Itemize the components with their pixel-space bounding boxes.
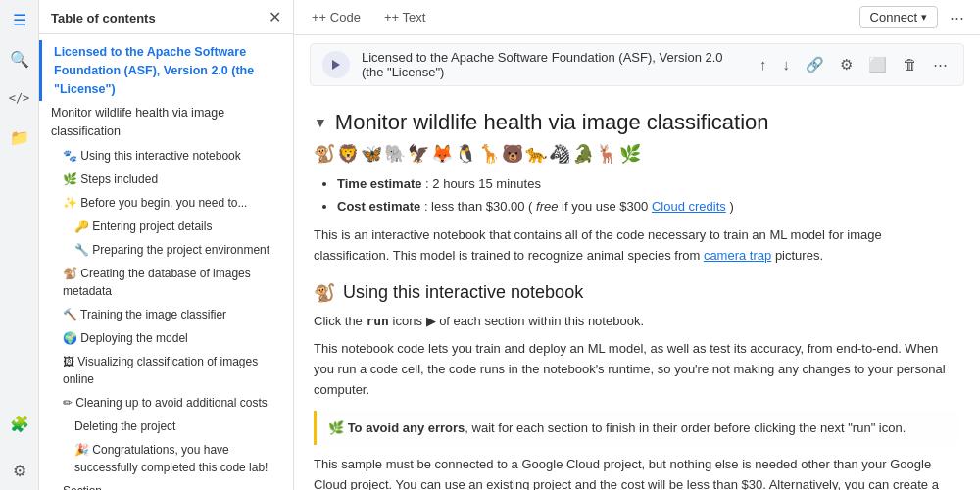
camera-trap-link[interactable]: camera trap <box>704 248 771 263</box>
overflow-icon[interactable]: ⋯ <box>929 54 952 75</box>
link-icon[interactable]: 🔗 <box>802 54 828 75</box>
close-icon[interactable]: ✕ <box>269 10 281 25</box>
toc-item-license[interactable]: Licensed to the Apache Software Foundati… <box>39 40 293 101</box>
text-label: + Text <box>391 10 425 24</box>
folder-icon[interactable]: 📁 <box>8 125 31 149</box>
cloud-credits-link[interactable]: Cloud credits <box>652 199 726 214</box>
toc-item-section[interactable]: Section <box>39 479 293 490</box>
cloud-project-text: This sample must be connected to a Googl… <box>314 455 960 490</box>
main-area: + + Code + + Text Connect ▾ ⋯ Licen <box>294 0 980 490</box>
subsection-title: 🐒 Using this interactive notebook <box>314 282 960 304</box>
toc-item-before[interactable]: ✨ Before you begin, you need to... <box>39 191 293 215</box>
connect-arrow-icon: ▾ <box>921 11 927 24</box>
toc-item-deleting[interactable]: Deleting the project <box>39 415 293 438</box>
body2-rest: icons ▶ of each section within this note… <box>389 314 644 328</box>
svg-marker-0 <box>332 60 340 70</box>
toc-item-entering[interactable]: 🔑 Entering project details <box>39 215 293 238</box>
collapse-arrow-icon[interactable]: ▼ <box>314 115 327 130</box>
emoji-row: 🐒🦁🦋🐘🦅🦊🐧🦒🐻🐆🦓🐊🦌🌿 <box>314 143 960 165</box>
notebook-description: This notebook code lets you train and de… <box>314 339 960 400</box>
icon-bar: ☰ 🔍 </> 📁 🧩 ⚙ <box>0 0 39 490</box>
cost-end: ) <box>729 199 733 214</box>
subsection-emoji: 🐒 <box>314 282 335 304</box>
run-cell-button[interactable] <box>322 51 350 78</box>
move-up-icon[interactable]: ↑ <box>756 54 771 75</box>
plus-code-icon: + <box>312 10 319 24</box>
cost-rest: if you use $300 <box>562 199 652 214</box>
section-title-text: Monitor wildlife health via image classi… <box>335 110 769 135</box>
connect-label: Connect <box>870 10 917 24</box>
add-text-button[interactable]: + + Text <box>378 8 431 26</box>
toc-item-training[interactable]: 🔨 Training the image classifier <box>39 303 293 326</box>
toc-item-creating[interactable]: 🐒 Creating the database of images metada… <box>39 262 293 303</box>
move-down-icon[interactable]: ↓ <box>779 54 795 75</box>
toc-item-congrats[interactable]: 🎉 Congratulations, you have successfully… <box>39 438 293 479</box>
toc-item-interactive[interactable]: 🐾 Using this interactive notebook <box>39 144 293 168</box>
run-instruction: Click the run icons ▶ of each section wi… <box>314 312 960 332</box>
warning-text: , wait for each section to finish in the… <box>465 420 906 435</box>
warning-box: 🌿 To avoid any errors, wait for each sec… <box>314 411 960 446</box>
run-keyword: run <box>366 314 388 328</box>
sidebar-header: Table of contents ✕ <box>39 0 293 34</box>
toc-item-preparing[interactable]: 🔧 Preparing the project environment <box>39 238 293 262</box>
sidebar-content: Licensed to the Apache Software Foundati… <box>39 34 293 490</box>
cost-label: Cost estimate <box>337 199 420 214</box>
toc-item-visualizing[interactable]: 🖼 Visualizing classification of images o… <box>39 350 293 391</box>
warning-bold: To avoid any errors <box>348 420 466 435</box>
extensions-icon[interactable]: 🧩 <box>8 412 31 435</box>
cell-bar: Licensed to the Apache Software Foundati… <box>310 43 964 86</box>
subsection-title-text: Using this interactive notebook <box>343 282 583 303</box>
search-icon[interactable]: 🔍 <box>8 47 31 71</box>
plus-text-icon: + <box>384 10 392 24</box>
intro-text: This is an interactive notebook that con… <box>314 225 960 267</box>
toc-item-monitor[interactable]: Monitor wildlife health via image classi… <box>39 101 293 144</box>
cost-value: : less than $30.00 ( <box>424 199 533 214</box>
delete-icon[interactable]: 🗑 <box>899 54 921 75</box>
free-text: free <box>536 199 558 214</box>
play-icon <box>330 59 342 71</box>
add-code-button[interactable]: + + Code <box>306 8 367 26</box>
more-options-icon[interactable]: ⋯ <box>946 7 968 28</box>
settings-icon[interactable]: ⚙ <box>8 459 31 482</box>
toc-item-deploying[interactable]: 🌍 Deploying the model <box>39 326 293 350</box>
content-area: ▼ Monitor wildlife health via image clas… <box>294 86 980 490</box>
body1-end: pictures. <box>771 248 823 263</box>
time-value: : 2 hours 15 minutes <box>425 176 541 191</box>
sidebar-title: Table of contents <box>51 11 156 25</box>
cell-settings-icon[interactable]: ⚙ <box>836 54 857 75</box>
code-label: + Code <box>319 10 361 24</box>
body2-start: Click the <box>314 314 366 328</box>
cell-toolbar-icons: ↑ ↓ 🔗 ⚙ ⬜ 🗑 ⋯ <box>756 54 952 75</box>
code-icon[interactable]: </> <box>8 86 31 110</box>
sidebar: Table of contents ✕ Licensed to the Apac… <box>39 0 294 490</box>
notebook: Licensed to the Apache Software Foundati… <box>294 35 980 490</box>
toolbar-right: Connect ▾ ⋯ <box>859 6 968 28</box>
summary-list: Time estimate : 2 hours 15 minutes Cost … <box>314 174 960 216</box>
section-title: ▼ Monitor wildlife health via image clas… <box>314 110 960 135</box>
time-estimate-item: Time estimate : 2 hours 15 minutes <box>337 174 960 194</box>
copy-icon[interactable]: ⬜ <box>864 54 891 75</box>
toolbar-left: + + Code + + Text <box>306 8 431 26</box>
toolbar: + + Code + + Text Connect ▾ ⋯ <box>294 0 980 35</box>
cost-estimate-item: Cost estimate : less than $30.00 ( free … <box>337 197 960 217</box>
toc-item-steps[interactable]: 🌿 Steps included <box>39 168 293 191</box>
time-label: Time estimate <box>337 176 421 191</box>
toc-item-cleaning[interactable]: ✏ Cleaning up to avoid additional costs <box>39 391 293 415</box>
connect-button[interactable]: Connect ▾ <box>859 6 938 28</box>
cell-text: Licensed to the Apache Software Foundati… <box>362 50 744 79</box>
menu-icon[interactable]: ☰ <box>8 8 31 31</box>
